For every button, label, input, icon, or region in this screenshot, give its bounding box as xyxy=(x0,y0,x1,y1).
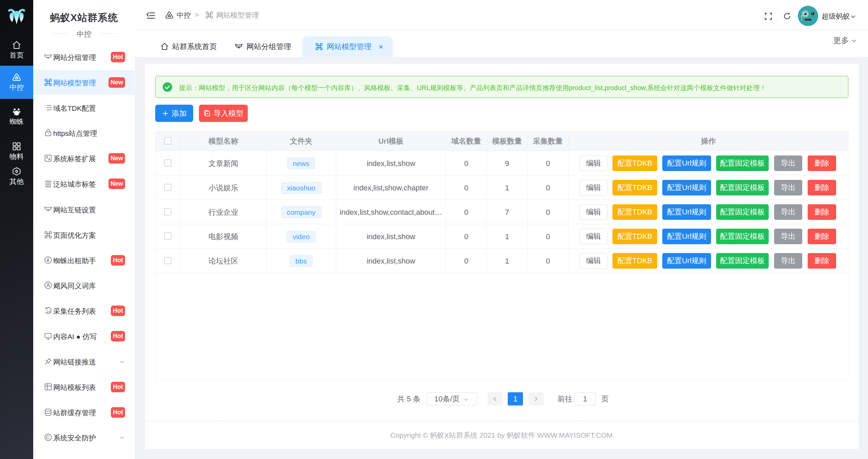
svg-text:24: 24 xyxy=(46,310,51,314)
